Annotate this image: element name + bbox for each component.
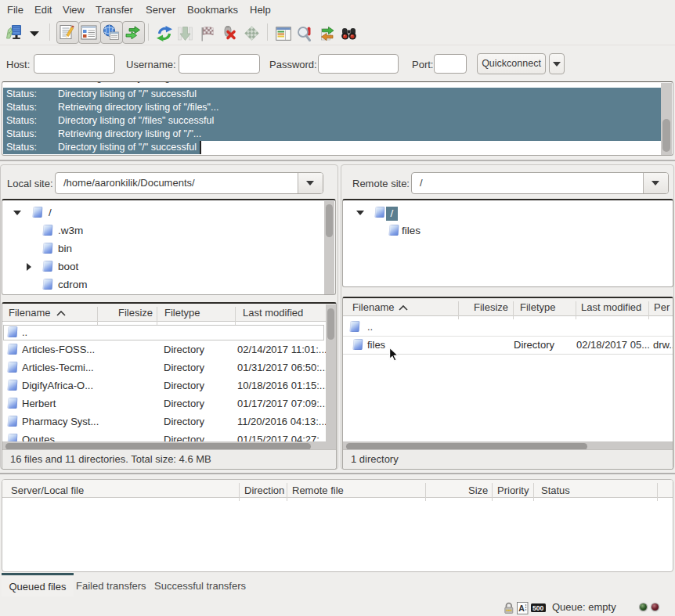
svg-text:A: A: [518, 603, 525, 613]
svg-text:500: 500: [532, 604, 543, 612]
